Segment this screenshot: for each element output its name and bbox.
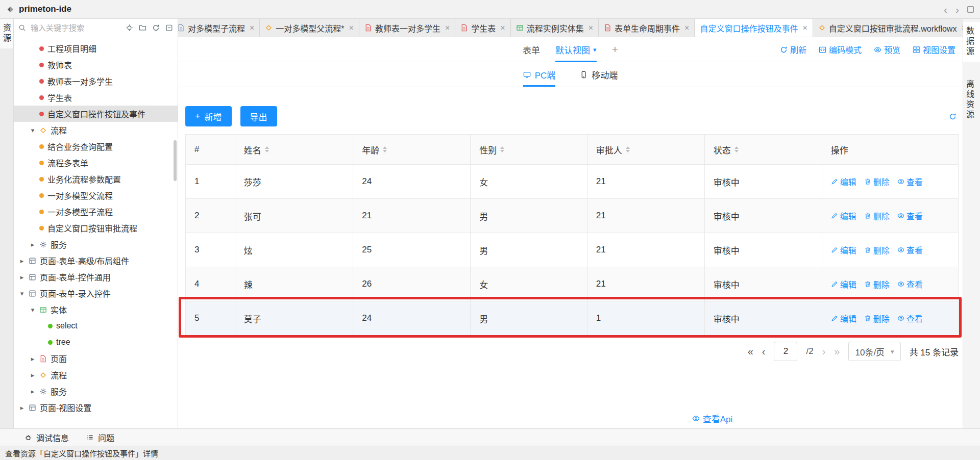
sort-icon[interactable] xyxy=(734,146,739,152)
sort-icon[interactable] xyxy=(383,146,387,152)
tree-item[interactable]: ▸服务 xyxy=(14,383,178,399)
view-link[interactable]: 查看 xyxy=(897,312,923,324)
problems-button[interactable]: 问题 xyxy=(86,431,114,444)
tree-item[interactable]: ▾页面-表单-录入控件 xyxy=(14,285,178,301)
debug-info-button[interactable]: 调试信息 xyxy=(24,431,69,444)
scrollbar-thumb[interactable] xyxy=(174,140,177,181)
caret-right-icon[interactable]: ▸ xyxy=(30,388,36,395)
add-view-button[interactable]: + xyxy=(612,43,618,56)
device-tab-pc[interactable]: PC端 xyxy=(523,62,556,87)
caret-right-icon[interactable]: ▸ xyxy=(19,274,25,280)
form-tab[interactable]: 表单 xyxy=(523,43,540,56)
caret-down-icon[interactable]: ▾ xyxy=(19,290,25,297)
tree-item[interactable]: ▸服务 xyxy=(14,236,178,252)
sort-icon[interactable] xyxy=(626,146,630,152)
locate-icon[interactable] xyxy=(126,24,133,32)
tree-item[interactable]: select xyxy=(14,318,178,334)
delete-link[interactable]: 删除 xyxy=(864,175,890,188)
export-button[interactable]: 导出 xyxy=(240,106,277,126)
view-link[interactable]: 查看 xyxy=(897,210,923,222)
table-row[interactable]: 1 莎莎 24 女 21 审核中 编辑 删除 查看 xyxy=(186,164,958,198)
view-api-link[interactable]: 查看Api xyxy=(692,412,733,425)
caret-right-icon[interactable]: ▸ xyxy=(30,355,36,362)
sort-icon[interactable] xyxy=(265,146,269,152)
column-header-name[interactable]: 姓名 xyxy=(235,135,353,164)
tree-item[interactable]: 结合业务查询配置 xyxy=(14,138,178,155)
tree-item[interactable]: 教师表一对多学生 xyxy=(14,73,178,89)
close-icon[interactable]: × xyxy=(684,24,689,32)
sort-icon[interactable] xyxy=(500,146,504,152)
caret-right-icon[interactable]: ▸ xyxy=(19,404,25,411)
view-link[interactable]: 查看 xyxy=(897,278,923,290)
tree-item[interactable]: 业务化流程参数配置 xyxy=(14,171,178,187)
caret-right-icon[interactable]: ▸ xyxy=(30,241,36,248)
nav-back-icon[interactable]: ‹ xyxy=(944,4,947,15)
edit-link[interactable]: 编辑 xyxy=(831,210,856,222)
next-page-button[interactable]: › xyxy=(822,346,826,356)
offline-resources-vertical-tab[interactable]: 离线资源 xyxy=(963,75,980,125)
column-header-age[interactable]: 年龄 xyxy=(353,135,471,164)
tree-item[interactable]: 工程项目明细 xyxy=(14,40,178,57)
refresh-icon[interactable] xyxy=(152,24,160,32)
collapse-all-icon[interactable] xyxy=(165,24,173,32)
edit-link[interactable]: 编辑 xyxy=(831,312,856,324)
editor-tab[interactable]: 学生表× xyxy=(455,19,510,37)
table-row[interactable]: 3 炫 25 男 21 审核中 编辑 删除 查看 xyxy=(186,233,958,267)
tree-item[interactable]: ▸页面 xyxy=(14,350,178,367)
tree-item[interactable]: ▾实体 xyxy=(14,301,178,318)
add-button[interactable]: +新增 xyxy=(185,106,232,126)
table-row[interactable]: 2 张可 21 男 21 审核中 编辑 删除 查看 xyxy=(186,198,958,233)
folder-icon[interactable] xyxy=(139,24,146,32)
view-link[interactable]: 查看 xyxy=(897,175,923,188)
editor-tab[interactable]: 对多模型子流程× xyxy=(178,19,260,37)
tree-item[interactable]: 一对多模型子流程 xyxy=(14,203,178,220)
preview-button[interactable]: 预览 xyxy=(874,43,900,56)
tree-item[interactable]: 一对多模型父流程 xyxy=(14,187,178,203)
tree-item[interactable]: 学生表 xyxy=(14,89,178,106)
close-icon[interactable]: × xyxy=(445,24,450,32)
editor-tab[interactable]: 流程实例实体集× xyxy=(511,19,599,37)
view-settings-button[interactable]: 视图设置 xyxy=(913,43,955,56)
delete-link[interactable]: 删除 xyxy=(864,278,890,290)
datasource-vertical-tab[interactable]: 数据源 xyxy=(963,22,980,62)
page-size-select[interactable]: 10条/页▾ xyxy=(848,342,900,361)
caret-right-icon[interactable]: ▸ xyxy=(19,258,25,264)
close-icon[interactable]: × xyxy=(250,24,254,32)
tree-item[interactable]: ▸页面-表单-控件通用 xyxy=(14,269,178,285)
close-icon[interactable]: × xyxy=(349,24,354,32)
column-header-status[interactable]: 状态 xyxy=(705,135,822,164)
view-selector[interactable]: 默认视图 ▾ xyxy=(555,37,597,62)
editor-tab[interactable]: 教师表一对多学生× xyxy=(359,19,455,37)
device-tab-mobile[interactable]: 移动端 xyxy=(580,62,618,87)
close-icon[interactable]: × xyxy=(802,24,807,32)
delete-link[interactable]: 删除 xyxy=(864,244,890,256)
editor-tab-active[interactable]: 自定义窗口操作按钮及事件× xyxy=(695,19,813,37)
editor-tab[interactable]: 表单生命周期事件× xyxy=(599,19,695,37)
caret-down-icon[interactable]: ▾ xyxy=(30,127,36,134)
close-icon[interactable]: × xyxy=(589,24,593,32)
editor-tab[interactable]: 一对多模型父流程*× xyxy=(260,19,359,37)
tree-item[interactable]: 流程多表单 xyxy=(14,155,178,171)
caret-right-icon[interactable]: ▸ xyxy=(30,372,36,378)
tree-item[interactable]: ▸流程 xyxy=(14,367,178,383)
tree-item[interactable]: 自定义窗口按钮审批流程 xyxy=(14,220,178,236)
tree-item[interactable]: tree xyxy=(14,334,178,350)
search-input[interactable] xyxy=(30,23,122,33)
prev-page-button[interactable]: ‹ xyxy=(762,346,766,356)
edit-link[interactable]: 编辑 xyxy=(831,244,856,256)
tree-item[interactable]: 教师表 xyxy=(14,57,178,73)
delete-link[interactable]: 删除 xyxy=(864,210,890,222)
tree-item[interactable]: ▸页面-视图设置 xyxy=(14,399,178,416)
resources-vertical-tab[interactable]: 资源 xyxy=(0,19,13,48)
column-header-gender[interactable]: 性别 xyxy=(471,135,587,164)
editor-tab[interactable]: 自定义窗口按钮审批流程.workflowx× xyxy=(813,19,963,37)
nav-forward-icon[interactable]: › xyxy=(955,4,959,15)
sync-icon[interactable] xyxy=(949,113,957,120)
current-page-input[interactable]: 2 xyxy=(774,342,797,361)
delete-link[interactable]: 删除 xyxy=(864,312,890,324)
edit-link[interactable]: 编辑 xyxy=(831,175,856,188)
tree-item-selected[interactable]: 自定义窗口操作按钮及事件 xyxy=(14,106,178,122)
layout-icon[interactable] xyxy=(967,6,974,13)
view-link[interactable]: 查看 xyxy=(897,244,923,256)
table-row[interactable]: 4 辣 26 女 21 审核中 编辑 删除 查看 xyxy=(186,267,958,301)
